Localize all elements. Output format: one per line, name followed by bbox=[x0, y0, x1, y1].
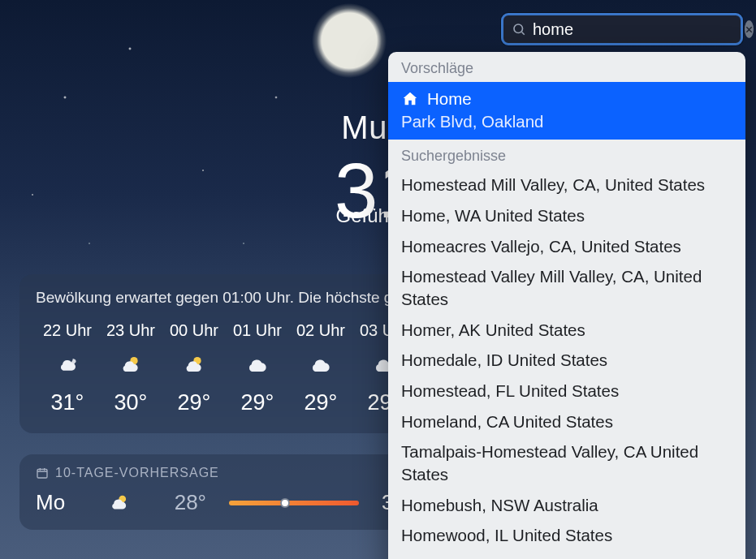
suggestion-subtitle: Park Blvd, Oakland bbox=[401, 110, 732, 133]
suggestions-section-label: Vorschläge bbox=[388, 52, 745, 82]
hour-temp: 29° bbox=[226, 390, 289, 415]
hour-column: 01 Uhr29° bbox=[226, 321, 289, 415]
ten-day-header-label: 10-TAGE-VORHERSAGE bbox=[55, 466, 219, 480]
calendar-icon bbox=[36, 467, 49, 479]
day-label: Mo bbox=[36, 490, 84, 515]
partly-cloudy-icon bbox=[107, 491, 140, 515]
search-result-item[interactable]: Homedale, ID United States bbox=[388, 345, 745, 376]
clear-search-button[interactable] bbox=[745, 20, 754, 38]
hour-time: 23 Uhr bbox=[99, 321, 162, 340]
home-icon bbox=[401, 90, 419, 108]
cloud-icon bbox=[226, 351, 289, 379]
hour-column: 00 Uhr29° bbox=[162, 321, 226, 415]
svg-point-4 bbox=[514, 24, 523, 33]
day-low-temp: 28° bbox=[162, 490, 206, 515]
search-icon bbox=[512, 22, 526, 37]
partly-cloudy-icon bbox=[99, 351, 162, 379]
search-result-item[interactable]: Homewood, AL United States bbox=[388, 551, 745, 559]
partly-cloudy-icon bbox=[162, 351, 226, 379]
hour-time: 22 Uhr bbox=[36, 321, 99, 340]
cloud-moon-icon bbox=[36, 351, 99, 379]
hour-time: 00 Uhr bbox=[162, 321, 226, 340]
svg-rect-2 bbox=[37, 469, 47, 478]
search-result-item[interactable]: Home, WA United States bbox=[388, 200, 745, 231]
hour-column: 22 Uhr31° bbox=[36, 321, 99, 415]
hour-time: 02 Uhr bbox=[289, 321, 352, 340]
search-result-item[interactable]: Homebush, NSW Australia bbox=[388, 490, 745, 521]
results-section-label: Suchergebnisse bbox=[388, 140, 745, 170]
hour-temp: 30° bbox=[99, 390, 162, 415]
search-result-item[interactable]: Homer, AK United States bbox=[388, 315, 745, 346]
hour-temp: 29° bbox=[289, 390, 352, 415]
search-result-item[interactable]: Homestead, FL United States bbox=[388, 376, 745, 406]
search-input[interactable] bbox=[526, 20, 745, 39]
cloud-icon bbox=[289, 351, 352, 379]
search-suggestions-dropdown: Vorschläge Home Park Blvd, Oakland Suche… bbox=[388, 52, 745, 559]
search-result-item[interactable]: Homeland, CA United States bbox=[388, 406, 745, 437]
hour-temp: 31° bbox=[36, 390, 99, 415]
search-field[interactable] bbox=[501, 13, 743, 45]
search-result-item[interactable]: Homestead Valley Mill Valley, CA, United… bbox=[388, 261, 745, 314]
hour-time: 01 Uhr bbox=[226, 321, 289, 340]
search-result-item[interactable]: Homeacres Vallejo, CA, United States bbox=[388, 231, 745, 262]
hour-column: 02 Uhr29° bbox=[289, 321, 352, 415]
search-result-item[interactable]: Homestead Mill Valley, CA, United States bbox=[388, 170, 745, 200]
hour-temp: 29° bbox=[162, 390, 226, 415]
suggestion-title: Home bbox=[427, 88, 472, 110]
temp-range-bar bbox=[229, 501, 359, 505]
search-result-item[interactable]: Homewood, IL United States bbox=[388, 520, 745, 551]
hour-column: 23 Uhr30° bbox=[99, 321, 162, 415]
suggestion-item-home[interactable]: Home Park Blvd, Oakland bbox=[388, 82, 745, 140]
search-result-item[interactable]: Tamalpais-Homestead Valley, CA United St… bbox=[388, 436, 745, 489]
